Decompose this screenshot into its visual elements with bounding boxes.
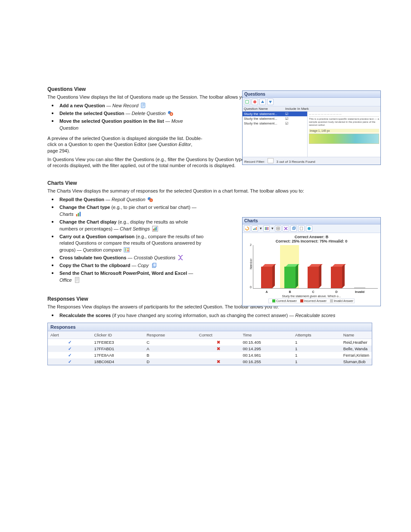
new-record-icon xyxy=(140,103,146,109)
bullet-add-question: Add a new Question — New Record xyxy=(59,103,138,108)
charts-bullets: Repoll the Question — Repoll Question 9 … xyxy=(47,196,207,284)
table-row: ✓17FE8AA8B00:14.9811Ferrari,Kristen xyxy=(48,352,372,358)
svg-rect-23 xyxy=(153,229,154,230)
svg-rect-31 xyxy=(75,277,79,283)
charts-panel-screenshot: Charts ▾ ▾ Correct Answer: B Correct: 25… xyxy=(242,217,381,306)
office-icon xyxy=(74,277,80,283)
svg-rect-19 xyxy=(76,214,78,216)
questions-bullets: Add a new Question — New Record Delete t… xyxy=(47,103,202,132)
questions-panel-screenshot: Questions Question Name Include In Mark … xyxy=(242,90,381,165)
question-compare-icon xyxy=(124,247,130,253)
svg-rect-3 xyxy=(255,228,255,230)
svg-rect-24 xyxy=(154,227,155,230)
bullet-delete-question: Delete the selected Question — Delete Qu… xyxy=(59,111,165,116)
svg-rect-30 xyxy=(153,263,156,267)
charts-icon xyxy=(75,211,81,217)
svg-point-1 xyxy=(253,100,256,103)
charts-intro: The Charts View displays the summary of … xyxy=(47,188,372,194)
responses-header-row: Alert Clicker ID Response Correct Time A… xyxy=(48,331,372,339)
charts-panel-toolbar: ▾ ▾ xyxy=(243,224,380,233)
copy-icon xyxy=(151,262,157,268)
chart-legend: Correct Answer Incorrect Answer Invalid … xyxy=(268,299,355,303)
svg-rect-6 xyxy=(266,227,267,230)
bullet-move-question: Move the selected Question position in t… xyxy=(59,118,183,131)
chart-settings-icon xyxy=(152,226,158,232)
svg-rect-11 xyxy=(300,227,303,230)
charts-heading: Charts View xyxy=(47,180,372,186)
responses-table-screenshot: Responses Alert Clicker ID Response Corr… xyxy=(47,323,372,365)
table-row: ✓18BC06D4D✖00:16.2551Sluman,Bob xyxy=(48,358,372,365)
svg-rect-2 xyxy=(253,229,254,230)
crosstab-icon xyxy=(177,255,184,261)
svg-rect-5 xyxy=(265,227,266,230)
svg-rect-0 xyxy=(246,100,249,103)
table-row: ✓17FFABD1A✖00:14.2951Belle, Wanda xyxy=(48,345,372,352)
repoll-question-icon: 9 xyxy=(147,196,153,202)
svg-rect-9 xyxy=(293,227,295,230)
svg-text:9: 9 xyxy=(151,199,152,202)
svg-rect-20 xyxy=(78,213,79,216)
svg-rect-21 xyxy=(80,212,81,216)
questions-preview-text: A preview of the selected Question is di… xyxy=(47,135,202,154)
svg-rect-28 xyxy=(127,250,129,252)
questions-panel-title: Questions xyxy=(243,91,380,98)
table-row: ✓17FE8EE3C✖00:15.4051Reid,Heather xyxy=(48,339,372,346)
charts-panel-title: Charts xyxy=(243,218,380,224)
delete-question-icon xyxy=(168,110,174,116)
svg-rect-4 xyxy=(256,227,257,230)
chart-plot: Number 2 1 0 A B C D Invalid xyxy=(253,245,378,289)
svg-point-12 xyxy=(308,227,311,230)
svg-rect-25 xyxy=(156,227,157,230)
svg-rect-10 xyxy=(293,227,296,229)
questions-panel-toolbar xyxy=(243,98,380,106)
svg-rect-27 xyxy=(127,249,129,250)
svg-rect-7 xyxy=(268,227,268,230)
responses-bullets: Recalculate the scores (if you have chan… xyxy=(47,312,372,319)
